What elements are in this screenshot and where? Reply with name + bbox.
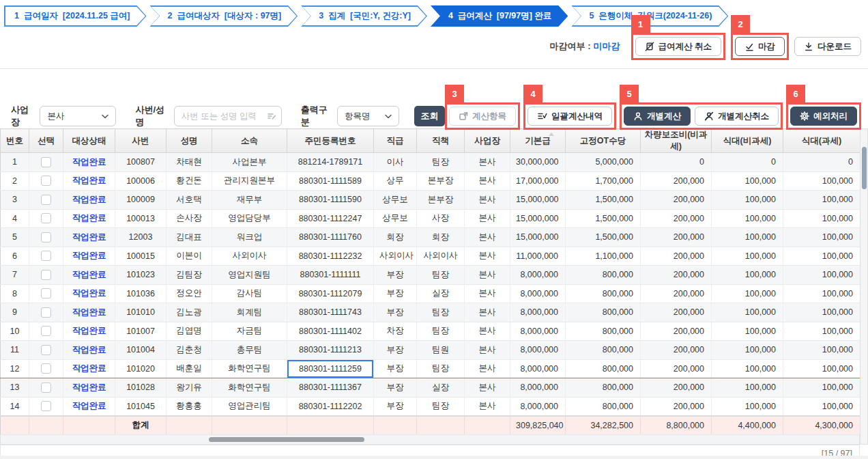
- column-header-dept[interactable]: 소속: [212, 129, 287, 153]
- table-row[interactable]: 6작업완료100015이본이사외이사880301-1112232사외이사사외이사…: [1, 247, 860, 266]
- column-header-meal_nontax[interactable]: 식대(비과세): [712, 129, 783, 153]
- column-header-ot[interactable]: 고정OT수당: [566, 129, 641, 153]
- horizontal-scrollbar[interactable]: [0, 435, 860, 445]
- individual-calc-cancel-button[interactable]: 개별계산취소: [695, 107, 779, 126]
- individual-calc-label: 개별계산: [647, 111, 681, 122]
- table-row[interactable]: 7작업완료101023김팀장영업지원팀880301-1111111부장팀장본사8…: [1, 266, 860, 285]
- table-row[interactable]: 14작업완료101045황홍홍영업관리팀880301-1112202부장팀장본사…: [1, 397, 860, 416]
- status-link[interactable]: 작업완료: [72, 232, 106, 242]
- table-row[interactable]: 4작업완료100013손사장영업담당부880301-1112247상무보사장본사…: [1, 209, 860, 228]
- column-header-label: 식대(비과세): [723, 136, 772, 145]
- step-4[interactable]: 4 급여계산 [97/97명] 완료: [431, 5, 568, 27]
- step-3[interactable]: 3 집계 [국민:Y, 건강:Y]: [301, 5, 427, 27]
- cancel-salary-calc-button[interactable]: 급여계산 취소: [635, 37, 721, 56]
- sort-ascending-icon[interactable]: [549, 133, 554, 136]
- annotation-badge-3: 3: [445, 85, 464, 102]
- row-checkbox[interactable]: [41, 326, 51, 336]
- table-row[interactable]: 13작업완료101028왕기유화학연구팀880301-1111367부장실장본사…: [1, 378, 860, 398]
- status-link[interactable]: 작업완료: [72, 382, 106, 392]
- column-header-select[interactable]: 선택: [29, 129, 63, 153]
- row-checkbox[interactable]: [41, 270, 51, 280]
- row-checkbox[interactable]: [41, 157, 51, 167]
- finalize-button[interactable]: 마감: [735, 37, 785, 56]
- calc-items-button[interactable]: 계산항목: [449, 107, 516, 126]
- status-link[interactable]: 작업완료: [72, 176, 106, 185]
- horizontal-scrollbar-thumb[interactable]: [209, 437, 364, 442]
- step-2[interactable]: 2 급여대상자 [대상자 : 97명]: [150, 5, 298, 27]
- cell-base: 8,000,000: [510, 378, 566, 398]
- table-row[interactable]: 1작업완료100807차태현사업본부881214-1789171이사팀장본사30…: [1, 153, 860, 172]
- table-row[interactable]: 3작업완료100009서호택재무부880301-1111590상무보본부장본사1…: [1, 191, 860, 210]
- table-row[interactable]: 8작업완료101036정오안감사팀880301-1112079부장실장본사8,0…: [1, 284, 860, 303]
- cell-grade: 차장: [374, 322, 417, 341]
- cell-ot: 1,500,000: [566, 228, 641, 247]
- cell-meal_nontax: 100,000: [712, 171, 783, 191]
- column-header-emp_no[interactable]: 사번: [115, 129, 167, 153]
- employee-search-input[interactable]: [174, 106, 282, 126]
- cell-status: 작업완료: [63, 359, 115, 378]
- table-row[interactable]: 5작업완료12003김대표워크업880301-1111760회장회장본사15,0…: [1, 228, 860, 247]
- table-row[interactable]: 2작업완료100006황건돈관리지원본부880301-1111589상무본부장본…: [1, 171, 860, 191]
- row-checkbox[interactable]: [41, 345, 51, 355]
- download-button[interactable]: 다운로드: [794, 37, 861, 56]
- step-1[interactable]: 1 급여일자 [2024.11.25 급여]: [4, 5, 147, 27]
- status-link[interactable]: 작업완료: [72, 288, 106, 298]
- status-link[interactable]: 작업완료: [72, 157, 106, 167]
- status-link[interactable]: 작업완료: [72, 326, 106, 335]
- table-row[interactable]: 9작업완료101010김노광회계팀880301-1111743부장팀장본사8,0…: [1, 303, 860, 322]
- batch-calc-history-button[interactable]: 일괄계산내역: [527, 107, 612, 126]
- cell-no: 6: [1, 247, 29, 266]
- cell-ot: 800,000: [566, 359, 641, 378]
- status-link[interactable]: 작업완료: [72, 213, 106, 223]
- cell-meal_tax: 100,000: [783, 284, 860, 303]
- download-label: 다운로드: [818, 41, 852, 53]
- status-link[interactable]: 작업완료: [72, 195, 106, 204]
- column-header-car[interactable]: 차량보조비(비과세): [641, 129, 712, 153]
- row-checkbox[interactable]: [41, 195, 51, 205]
- cell-status: 작업완료: [63, 247, 115, 266]
- site-filter-label: 사업장: [11, 104, 33, 128]
- cell-emp_no: 101007: [115, 322, 167, 341]
- vertical-scrollbar[interactable]: [860, 128, 868, 445]
- column-header-no[interactable]: 번호: [1, 129, 29, 153]
- column-header-meal_tax[interactable]: 식대(과세): [783, 129, 860, 153]
- cell-site: 본사: [465, 266, 510, 285]
- row-checkbox[interactable]: [41, 213, 51, 223]
- table-row[interactable]: 10작업완료101007김엽명자금팀880301-1111402차장팀장본사8,…: [1, 322, 860, 341]
- cell-select: [29, 303, 63, 322]
- cell-title: 실장: [417, 378, 465, 398]
- exception-handling-button[interactable]: 예외처리: [790, 107, 857, 126]
- row-checkbox[interactable]: [41, 307, 51, 318]
- row-checkbox[interactable]: [41, 251, 51, 261]
- total-cell-status: [63, 416, 115, 435]
- column-header-status[interactable]: 대상상태: [63, 129, 115, 153]
- table-row[interactable]: 11작업완료101004김춘청총무팀880301-1111213부장팀원본사8,…: [1, 341, 860, 360]
- search-button[interactable]: 조회: [414, 106, 445, 126]
- table-row[interactable]: 12작업완료101020배훈일화학연구팀880301-1111259부장팀장본사…: [1, 359, 860, 378]
- status-link[interactable]: 작업완료: [72, 270, 106, 279]
- individual-calc-button[interactable]: 개별계산: [624, 107, 691, 126]
- row-checkbox[interactable]: [41, 288, 51, 298]
- status-link[interactable]: 작업완료: [72, 345, 106, 354]
- row-checkbox[interactable]: [41, 401, 51, 411]
- row-checkbox[interactable]: [41, 363, 51, 374]
- column-header-reg_no[interactable]: 주민등록번호: [287, 129, 374, 153]
- status-link[interactable]: 작업완료: [72, 307, 106, 317]
- row-checkbox[interactable]: [41, 382, 51, 393]
- column-header-base[interactable]: 기본급: [510, 129, 566, 153]
- vertical-scrollbar-thumb[interactable]: [862, 147, 867, 189]
- row-checkbox[interactable]: [41, 232, 51, 242]
- cell-grade: 부장: [374, 341, 417, 360]
- cell-no: 13: [1, 378, 29, 398]
- status-link[interactable]: 작업완료: [72, 363, 106, 373]
- cell-ot: 800,000: [566, 266, 641, 285]
- column-header-name[interactable]: 성명: [167, 129, 212, 153]
- site-select[interactable]: 본사: [40, 106, 116, 126]
- output-type-select[interactable]: 항목명: [337, 106, 399, 126]
- status-link[interactable]: 작업완료: [72, 401, 106, 411]
- column-header-site[interactable]: 사업장: [465, 129, 510, 153]
- column-header-grade[interactable]: 직급: [374, 129, 417, 153]
- status-link[interactable]: 작업완료: [72, 251, 106, 260]
- column-header-title[interactable]: 직책: [417, 129, 465, 153]
- row-checkbox[interactable]: [41, 176, 51, 186]
